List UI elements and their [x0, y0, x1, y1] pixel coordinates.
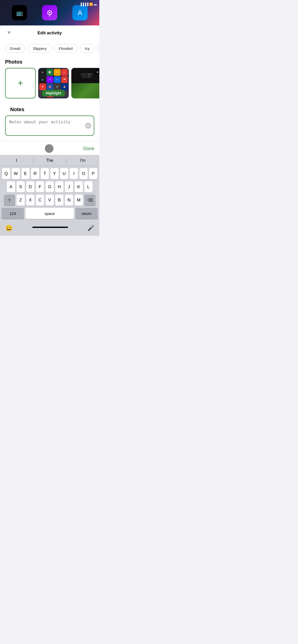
- close-button[interactable]: ✕: [5, 29, 13, 36]
- kb-key-2: Shift: [86, 73, 92, 75]
- notes-input[interactable]: [9, 120, 84, 130]
- key-z[interactable]: Z: [17, 195, 25, 206]
- app-icon-appletv: 📺: [12, 5, 27, 20]
- notes-input-wrapper: ✕: [5, 115, 94, 136]
- add-photo-button[interactable]: +: [5, 68, 36, 98]
- mini-icon-notes: 📝: [47, 69, 53, 76]
- key-f[interactable]: F: [36, 181, 44, 193]
- close-icon: ✕: [7, 30, 11, 35]
- keyboard: Q W E R T Y U I O P A S D F G H J K L ⇧ …: [0, 166, 99, 222]
- photo-thumb-2: ? Shift Ctrl ✕: [71, 68, 99, 98]
- mini-icon-reminders: 🔔: [54, 69, 61, 76]
- mini-icon-appstore2: A: [54, 76, 61, 83]
- photo-thumb-1: ✉ 📝 🔔 ✂ 📺 🎙 A 🗺 ❤ 👛 ⚙ 🏠 📱 ❤ 📷: [38, 68, 69, 98]
- photos-section-label: Photos: [0, 57, 99, 68]
- svg-text:📺: 📺: [16, 9, 23, 16]
- mini-icon-podcasts2: 🎙: [47, 76, 53, 83]
- signal-icon: ▐▐▐▐: [80, 3, 88, 6]
- key-t[interactable]: T: [41, 168, 49, 179]
- key-y[interactable]: Y: [50, 168, 59, 179]
- key-q[interactable]: Q: [2, 168, 10, 179]
- key-v[interactable]: V: [46, 195, 54, 206]
- mini-icon-clips: ✂: [61, 69, 68, 76]
- keyboard-row-4: 123 space return: [1, 208, 98, 219]
- key-b[interactable]: B: [55, 195, 63, 206]
- notes-section-label: Notes: [5, 105, 94, 115]
- wifi-icon: 🛜: [89, 3, 93, 6]
- key-j[interactable]: J: [65, 181, 73, 193]
- kb-key-3: [82, 76, 86, 78]
- modal-header: ✕ Edit activity: [0, 25, 99, 40]
- number-key[interactable]: 123: [2, 208, 24, 219]
- mini-icon-wallet: 👛: [47, 83, 53, 90]
- highlight-badge[interactable]: Highlight: [42, 90, 65, 96]
- app-background: 📺 A ▐▐▐▐ 🛜 ▬: [0, 0, 99, 25]
- key-i[interactable]: I: [70, 168, 78, 179]
- backspace-key[interactable]: ⌫: [84, 195, 96, 206]
- emoji-key[interactable]: 😀: [5, 225, 13, 232]
- notes-clear-button[interactable]: ✕: [85, 123, 91, 129]
- bottom-safe-area: 😀 🎤: [0, 222, 99, 236]
- mini-icon-health: ❤: [39, 83, 46, 90]
- autocomplete-im[interactable]: I'm: [66, 156, 99, 165]
- autocomplete-i[interactable]: I: [0, 156, 33, 165]
- tags-row: Great! Slippery Flooded Icy Fee Pri: [0, 40, 99, 57]
- key-d[interactable]: D: [26, 181, 34, 193]
- key-g[interactable]: G: [46, 181, 54, 193]
- tag-flooded[interactable]: Flooded: [54, 44, 77, 53]
- app-icon-appstore: A: [72, 5, 88, 20]
- photo-2-inner: ? Shift Ctrl ✕: [71, 68, 99, 98]
- notes-section: Notes ✕: [0, 104, 99, 141]
- keyboard-row-1: Q W E R T Y U I O P: [1, 168, 98, 179]
- plus-icon: +: [18, 78, 23, 89]
- key-n[interactable]: N: [65, 195, 73, 206]
- tag-icy[interactable]: Icy: [80, 44, 94, 53]
- keyboard-row-3: ⇧ Z X C V B N M ⌫: [1, 195, 98, 206]
- key-m[interactable]: M: [75, 195, 83, 206]
- key-s[interactable]: S: [17, 181, 25, 193]
- home-indicator: [32, 227, 68, 228]
- key-h[interactable]: H: [55, 181, 63, 193]
- return-key[interactable]: return: [75, 208, 98, 219]
- key-a[interactable]: A: [7, 181, 15, 193]
- key-c[interactable]: C: [36, 195, 44, 206]
- key-u[interactable]: U: [60, 168, 68, 179]
- svg-text:A: A: [78, 9, 83, 17]
- key-r[interactable]: R: [31, 168, 39, 179]
- mini-icon-ikea: 🏠: [61, 83, 68, 90]
- app-icon-podcasts: [42, 5, 57, 20]
- mini-icon-mail: ✉: [39, 69, 46, 76]
- edit-activity-modal: ✕ Edit activity Great! Slippery Flooded …: [0, 25, 99, 236]
- key-w[interactable]: W: [12, 168, 20, 179]
- key-o[interactable]: O: [79, 168, 88, 179]
- clear-icon: ✕: [87, 124, 90, 128]
- tag-slippery[interactable]: Slippery: [28, 44, 51, 53]
- photo-2-delete[interactable]: ✕: [95, 69, 99, 75]
- photos-row: + ✉ 📝 🔔 ✂ 📺 🎙 A 🗺 ❤ 👛 ⚙ 🏠: [0, 68, 99, 104]
- mini-icon-appletv2: 📺: [39, 76, 46, 83]
- key-p[interactable]: P: [89, 168, 97, 179]
- key-k[interactable]: K: [75, 181, 83, 193]
- key-e[interactable]: E: [21, 168, 30, 179]
- battery-icon: ▬: [94, 3, 97, 6]
- kb-key-4: Ctrl: [87, 76, 91, 78]
- done-button[interactable]: Done: [83, 146, 94, 151]
- keyboard-row-2: A S D F G H J K L: [1, 181, 98, 193]
- green-cloth: [71, 83, 99, 98]
- autocomplete-the[interactable]: The: [33, 156, 66, 165]
- space-key[interactable]: space: [25, 208, 74, 219]
- mini-icon-maps: 🗺: [61, 76, 68, 83]
- svg-point-2: [49, 12, 50, 13]
- kb-key-1: ?: [81, 73, 86, 75]
- bottom-bar: Done: [0, 141, 99, 155]
- key-x[interactable]: X: [26, 195, 34, 206]
- shift-key[interactable]: ⇧: [4, 195, 15, 206]
- mic-key[interactable]: 🎤: [87, 225, 94, 231]
- tag-great[interactable]: Great!: [5, 44, 25, 53]
- key-l[interactable]: L: [84, 181, 92, 193]
- photo-1-inner: ✉ 📝 🔔 ✂ 📺 🎙 A 🗺 ❤ 👛 ⚙ 🏠 📱 ❤ 📷: [38, 68, 69, 98]
- mini-icon-settings: ⚙: [54, 83, 61, 90]
- page-indicator: [45, 144, 53, 153]
- modal-title: Edit activity: [37, 31, 62, 36]
- tag-fee[interactable]: Fee: [97, 44, 99, 53]
